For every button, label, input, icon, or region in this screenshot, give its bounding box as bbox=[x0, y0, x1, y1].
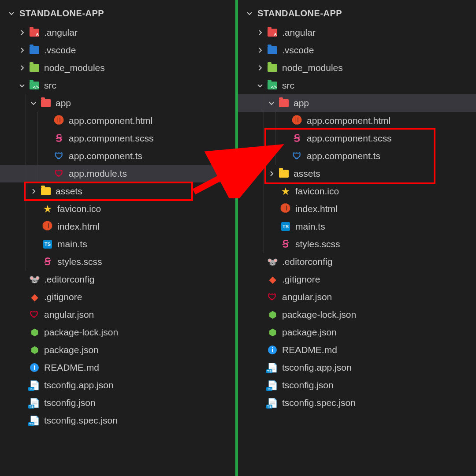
file-styles-scss[interactable]: Ꞩ styles.scss bbox=[0, 253, 235, 271]
tsconfig-icon: 📄TS bbox=[29, 415, 40, 426]
file-label: tsconfig.spec.json bbox=[282, 398, 356, 408]
guide-line bbox=[264, 130, 264, 147]
html5-icon: 🅗 bbox=[280, 204, 291, 214]
editorconfig-icon: 🐭 bbox=[29, 274, 40, 285]
folder-src-icon: </> bbox=[29, 80, 40, 91]
file-tree: A .angular .vscode node_modules </> src bbox=[0, 22, 235, 429]
folder-angular[interactable]: A .angular bbox=[0, 24, 235, 41]
chevron-right-icon bbox=[29, 187, 38, 196]
file-tsconfig[interactable]: 📄TS tsconfig.json bbox=[238, 376, 476, 394]
file-editorconfig[interactable]: 🐭 .editorconfig bbox=[0, 271, 235, 288]
folder-src[interactable]: </> src bbox=[0, 77, 235, 94]
file-label: package-lock.json bbox=[282, 309, 356, 320]
file-main-ts[interactable]: TS main.ts bbox=[238, 218, 476, 235]
file-label: styles.scss bbox=[295, 239, 340, 249]
file-app-component-scss[interactable]: Ꞩ app.component.scss bbox=[0, 130, 235, 147]
file-tsconfig-spec[interactable]: 📄TS tsconfig.spec.json bbox=[0, 412, 235, 429]
file-label: .gitignore bbox=[44, 292, 82, 302]
guide-line bbox=[264, 165, 264, 182]
chevron-right-icon bbox=[256, 28, 264, 37]
file-app-component-ts[interactable]: 🛡 app.component.ts bbox=[238, 147, 476, 165]
chevron-down-icon bbox=[267, 99, 276, 108]
folder-app[interactable]: app bbox=[0, 94, 235, 112]
guide-line bbox=[26, 94, 26, 112]
folder-label: .vscode bbox=[44, 45, 76, 56]
file-gitignore[interactable]: ◆ .gitignore bbox=[0, 288, 235, 306]
sass-icon: Ꞩ bbox=[280, 239, 291, 249]
file-angular-json[interactable]: 🛡 angular.json bbox=[238, 288, 476, 306]
file-app-component-html[interactable]: 🅗 app.component.html bbox=[0, 112, 235, 130]
file-package-lock[interactable]: ⬢ package-lock.json bbox=[238, 306, 476, 324]
folder-angular-icon: A bbox=[29, 27, 40, 38]
chevron-down-icon bbox=[245, 9, 254, 18]
file-label: styles.scss bbox=[57, 257, 102, 267]
folder-angular[interactable]: A .angular bbox=[238, 24, 476, 41]
file-favicon[interactable]: ★ favicon.ico bbox=[238, 182, 476, 200]
nodejs-icon: ⬢ bbox=[267, 309, 278, 320]
root-folder-name: STANDALONE-APP bbox=[257, 8, 342, 19]
folder-src[interactable]: </> src bbox=[238, 77, 476, 94]
sass-icon: Ꞩ bbox=[54, 133, 64, 144]
file-tsconfig-app[interactable]: 📄TS tsconfig.app.json bbox=[0, 376, 235, 394]
folder-app-icon bbox=[41, 98, 51, 108]
root-folder-header[interactable]: STANDALONE-APP bbox=[0, 4, 235, 22]
typescript-icon: TS bbox=[42, 239, 53, 249]
folder-node-modules[interactable]: node_modules bbox=[0, 59, 235, 77]
guide-line bbox=[26, 112, 26, 130]
folder-app[interactable]: app bbox=[238, 94, 476, 112]
file-styles-scss[interactable]: Ꞩ styles.scss bbox=[238, 235, 476, 253]
file-main-ts[interactable]: TS main.ts bbox=[0, 235, 235, 253]
chevron-right-icon bbox=[18, 63, 26, 72]
folder-label: src bbox=[282, 80, 294, 91]
file-package-json[interactable]: ⬢ package.json bbox=[238, 324, 476, 341]
folder-label: node_modules bbox=[282, 63, 343, 73]
folder-node-modules[interactable]: node_modules bbox=[238, 59, 476, 77]
guide-line bbox=[26, 218, 26, 235]
folder-label: src bbox=[44, 80, 56, 91]
nodejs-icon: ⬢ bbox=[29, 345, 40, 355]
file-label: main.ts bbox=[295, 221, 325, 232]
chevron-right-icon bbox=[18, 46, 26, 55]
file-label: .gitignore bbox=[282, 274, 320, 285]
file-gitignore[interactable]: ◆ .gitignore bbox=[238, 271, 476, 288]
guide-line bbox=[264, 182, 264, 200]
file-index-html[interactable]: 🅗 index.html bbox=[0, 218, 235, 235]
guide-line bbox=[26, 130, 26, 147]
file-label: main.ts bbox=[57, 239, 87, 249]
file-tsconfig-spec[interactable]: 📄TS tsconfig.spec.json bbox=[238, 394, 476, 412]
file-readme[interactable]: i README.md bbox=[238, 341, 476, 359]
file-readme[interactable]: i README.md bbox=[0, 359, 235, 376]
chevron-down-icon bbox=[29, 99, 38, 108]
star-icon: ★ bbox=[280, 186, 291, 197]
folder-assets[interactable]: assets bbox=[238, 165, 476, 182]
file-app-component-scss[interactable]: Ꞩ app.component.scss bbox=[238, 130, 476, 147]
folder-vscode-icon bbox=[267, 45, 278, 56]
file-app-component-ts[interactable]: 🛡 app.component.ts bbox=[0, 147, 235, 165]
file-label: tsconfig.json bbox=[44, 398, 96, 408]
folder-vscode[interactable]: .vscode bbox=[238, 41, 476, 59]
file-app-component-html[interactable]: 🅗 app.component.html bbox=[238, 112, 476, 130]
file-label: index.html bbox=[295, 204, 338, 214]
file-index-html[interactable]: 🅗 index.html bbox=[238, 200, 476, 218]
file-editorconfig[interactable]: 🐭 .editorconfig bbox=[238, 253, 476, 271]
file-tsconfig[interactable]: 📄TS tsconfig.json bbox=[0, 394, 235, 412]
folder-node-icon bbox=[29, 63, 40, 73]
angular-shield-icon: 🛡 bbox=[292, 151, 302, 161]
root-folder-header[interactable]: STANDALONE-APP bbox=[238, 4, 476, 22]
folder-angular-icon: A bbox=[267, 27, 278, 38]
file-label: tsconfig.app.json bbox=[282, 362, 352, 373]
file-package-lock[interactable]: ⬢ package-lock.json bbox=[0, 324, 235, 341]
file-app-module-ts[interactable]: 🛡 app.module.ts bbox=[0, 165, 235, 182]
file-tsconfig-app[interactable]: 📄TS tsconfig.app.json bbox=[238, 359, 476, 376]
file-label: package.json bbox=[282, 327, 337, 338]
folder-assets[interactable]: assets bbox=[0, 182, 235, 200]
file-package-json[interactable]: ⬢ package.json bbox=[0, 341, 235, 359]
file-favicon[interactable]: ★ favicon.ico bbox=[0, 200, 235, 218]
editorconfig-icon: 🐭 bbox=[267, 257, 278, 267]
folder-vscode[interactable]: .vscode bbox=[0, 41, 235, 59]
tsconfig-icon: 📄TS bbox=[29, 380, 40, 390]
git-icon: ◆ bbox=[29, 292, 40, 302]
folder-label: .angular bbox=[44, 27, 78, 38]
file-angular-json[interactable]: 🛡 angular.json bbox=[0, 306, 235, 324]
folder-src-icon: </> bbox=[267, 80, 278, 91]
